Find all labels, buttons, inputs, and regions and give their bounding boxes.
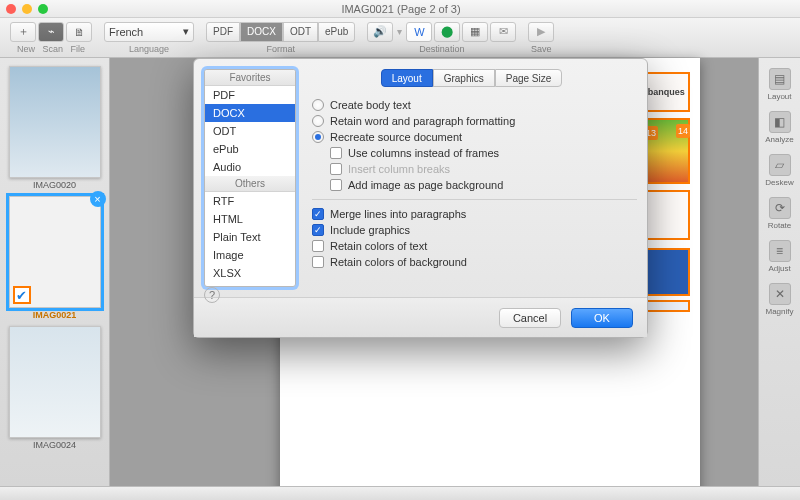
- language-select[interactable]: French ▾: [104, 22, 194, 42]
- new-button[interactable]: ＋: [10, 22, 36, 42]
- deskew-icon: ▱: [769, 154, 791, 176]
- chevron-down-icon: ▾: [395, 26, 404, 37]
- dest-app1-button[interactable]: W: [406, 22, 432, 42]
- speak-destination-button[interactable]: 🔊: [367, 22, 393, 42]
- window-titlebar: IMAG0021 (Page 2 of 3): [0, 0, 800, 18]
- radio-label: Recreate source document: [330, 131, 462, 143]
- options-tabs: Layout Graphics Page Size: [306, 69, 637, 87]
- tool-adjust[interactable]: ≡Adjust: [763, 236, 797, 277]
- thumbnail[interactable]: × ✔: [9, 196, 101, 308]
- check-merge-lines[interactable]: Merge lines into paragraphs: [306, 206, 637, 222]
- check-use-columns[interactable]: Use columns instead of frames: [306, 145, 637, 161]
- format-item-epub[interactable]: ePub: [205, 140, 295, 158]
- save-label: Save: [531, 44, 552, 54]
- tool-magnify[interactable]: ✕Magnify: [763, 279, 797, 320]
- language-label: Language: [129, 44, 169, 54]
- main-toolbar: ＋ ⌁ 🗎 New Scan File French ▾ Language PD…: [0, 18, 800, 58]
- radio-label: Create body text: [330, 99, 411, 111]
- cancel-button[interactable]: Cancel: [499, 308, 561, 328]
- tool-deskew[interactable]: ▱Deskew: [763, 150, 797, 191]
- check-image-background[interactable]: Add image as page background: [306, 177, 637, 193]
- check-include-graphics[interactable]: Include graphics: [306, 222, 637, 238]
- list-header-others: Others: [205, 176, 295, 192]
- thumbnail-sidebar: IMAG0020 × ✔ IMAG0021 IMAG0024: [0, 58, 110, 486]
- radio-icon: [312, 115, 324, 127]
- export-options-dialog: Favorites PDF DOCX ODT ePub Audio Others…: [193, 58, 648, 338]
- format-item-pdf[interactable]: PDF: [205, 86, 295, 104]
- format-item-image[interactable]: Image: [205, 246, 295, 264]
- layout-icon: ▤: [769, 68, 791, 90]
- zoom-window-icon[interactable]: [38, 4, 48, 14]
- format-label: Format: [266, 44, 295, 54]
- tab-page-size[interactable]: Page Size: [495, 69, 563, 87]
- radio-icon: [312, 99, 324, 111]
- checkbox-icon: [330, 163, 342, 175]
- help-button[interactable]: ?: [204, 287, 220, 303]
- scan-button[interactable]: ⌁: [38, 22, 64, 42]
- thumbnail-caption: IMAG0020: [6, 180, 103, 190]
- list-header-favorites: Favorites: [205, 70, 295, 86]
- check-label: Retain colors of text: [330, 240, 427, 252]
- format-item-audio[interactable]: Audio: [205, 158, 295, 176]
- check-label: Include graphics: [330, 224, 410, 236]
- check-retain-text-colors[interactable]: Retain colors of text: [306, 238, 637, 254]
- format-pdf[interactable]: PDF: [206, 22, 240, 42]
- check-label: Merge lines into paragraphs: [330, 208, 466, 220]
- tool-rotate[interactable]: ⟳Rotate: [763, 193, 797, 234]
- format-item-odt[interactable]: ODT: [205, 122, 295, 140]
- format-item-xlsx[interactable]: XLSX: [205, 264, 295, 282]
- tool-analyze[interactable]: ◧Analyze: [763, 107, 797, 148]
- separator: [312, 199, 637, 200]
- format-list[interactable]: Favorites PDF DOCX ODT ePub Audio Others…: [204, 69, 296, 287]
- check-retain-bg-colors[interactable]: Retain colors of background: [306, 254, 637, 270]
- format-segmented[interactable]: PDF DOCX ODT ePub: [206, 22, 355, 42]
- traffic-lights: [6, 4, 48, 14]
- save-button[interactable]: ▶: [528, 22, 554, 42]
- checkbox-icon: [330, 147, 342, 159]
- tab-graphics[interactable]: Graphics: [433, 69, 495, 87]
- checkbox-icon: [312, 224, 324, 236]
- check-label: Insert column breaks: [348, 163, 450, 175]
- check-label: Use columns instead of frames: [348, 147, 499, 159]
- checkbox-icon: [312, 240, 324, 252]
- check-insert-breaks: Insert column breaks: [306, 161, 637, 177]
- radio-label: Retain word and paragraph formatting: [330, 115, 515, 127]
- language-value: French: [109, 26, 143, 38]
- analyze-icon: ◧: [769, 111, 791, 133]
- format-item-rtf[interactable]: RTF: [205, 192, 295, 210]
- format-item-docx[interactable]: DOCX: [205, 104, 295, 122]
- format-odt[interactable]: ODT: [283, 22, 318, 42]
- dest-app2-button[interactable]: ⬤: [434, 22, 460, 42]
- options-pane: Layout Graphics Page Size Create body te…: [306, 69, 637, 287]
- format-docx[interactable]: DOCX: [240, 22, 283, 42]
- check-label: Retain colors of background: [330, 256, 467, 268]
- dest-app3-button[interactable]: ▦: [462, 22, 488, 42]
- radio-retain-formatting[interactable]: Retain word and paragraph formatting: [306, 113, 637, 129]
- radio-create-body[interactable]: Create body text: [306, 97, 637, 113]
- tab-layout[interactable]: Layout: [381, 69, 433, 87]
- format-item-plain[interactable]: Plain Text: [205, 228, 295, 246]
- chevron-down-icon: ▾: [183, 25, 189, 38]
- minimize-window-icon[interactable]: [22, 4, 32, 14]
- checkbox-icon: [330, 179, 342, 191]
- thumbnail-caption: IMAG0024: [6, 440, 103, 450]
- format-epub[interactable]: ePub: [318, 22, 355, 42]
- thumbnail[interactable]: [9, 66, 101, 178]
- format-item-html[interactable]: HTML: [205, 210, 295, 228]
- dest-app4-button[interactable]: ✉: [490, 22, 516, 42]
- file-button[interactable]: 🗎: [66, 22, 92, 42]
- close-thumbnail-icon[interactable]: ×: [90, 191, 106, 207]
- radio-recreate-source[interactable]: Recreate source document: [306, 129, 637, 145]
- right-tool-sidebar: ▤Layout ◧Analyze ▱Deskew ⟳Rotate ≡Adjust…: [758, 58, 800, 486]
- ok-button[interactable]: OK: [571, 308, 633, 328]
- thumbnail-caption: IMAG0021: [6, 310, 103, 320]
- checkbox-icon: [312, 208, 324, 220]
- rotate-icon: ⟳: [769, 197, 791, 219]
- thumbnail[interactable]: [9, 326, 101, 438]
- destination-label: Destination: [419, 44, 464, 54]
- tool-layout[interactable]: ▤Layout: [763, 64, 797, 105]
- dialog-footer: Cancel OK: [194, 297, 647, 337]
- close-window-icon[interactable]: [6, 4, 16, 14]
- window-title: IMAG0021 (Page 2 of 3): [48, 3, 754, 15]
- checkbox-icon: [312, 256, 324, 268]
